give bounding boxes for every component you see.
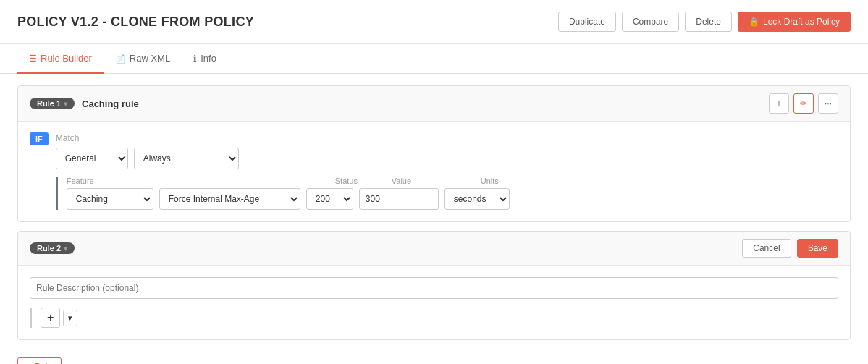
rule1-more-button[interactable]: ···	[818, 93, 838, 114]
rule2-body: + ▾	[18, 266, 850, 339]
units-label: Units	[481, 177, 539, 185]
feature-section: Feature Status Value Units Caching	[56, 177, 838, 210]
tabs: ☰ Rule Builder 📄 Raw XML ℹ Info	[0, 44, 868, 74]
if-content: Match General Always Feature	[56, 133, 838, 210]
rule1-body: IF Match General Always	[18, 122, 850, 221]
page-title: POLICY V1.2 - CLONE FROM POLICY	[17, 14, 254, 30]
rule1-edit-button[interactable]: ✏	[793, 93, 814, 114]
lock-icon: 🔒	[749, 17, 759, 27]
tab-raw-xml[interactable]: 📄 Raw XML	[104, 44, 182, 74]
rule1-header-right: + ✏ ···	[769, 93, 838, 114]
lock-draft-button[interactable]: 🔒 Lock Draft as Policy	[738, 12, 851, 32]
rule1-header: Rule 1 ▾ Caching rule + ✏ ···	[18, 86, 850, 122]
add-condition-button[interactable]: +	[41, 308, 60, 328]
tab-rule-builder[interactable]: ☰ Rule Builder	[17, 44, 104, 74]
value-input[interactable]	[359, 188, 439, 210]
add-condition-caret-button[interactable]: ▾	[63, 310, 77, 326]
feature-name-select[interactable]: Force Internal Max-Age	[159, 188, 300, 210]
value-label: Value	[392, 177, 475, 185]
status-select[interactable]: 200	[306, 188, 353, 210]
cancel-button[interactable]: Cancel	[742, 239, 791, 258]
rule2-badge: Rule 2 ▾	[30, 242, 75, 254]
rule1-block: Rule 1 ▾ Caching rule + ✏ ··· IF	[17, 85, 851, 222]
status-label: Status	[335, 177, 386, 185]
header-actions: Duplicate Compare Delete 🔒 Lock Draft as…	[558, 12, 851, 32]
rule1-add-button[interactable]: +	[769, 93, 789, 114]
add-rule-row: + Rule	[17, 349, 851, 364]
rule2-header: Rule 2 ▾ Cancel Save	[18, 232, 850, 266]
rule2-chevron-icon: ▾	[64, 245, 67, 253]
feature-select[interactable]: Caching	[67, 188, 153, 210]
general-select[interactable]: General	[56, 148, 128, 169]
rule1-chevron-icon: ▾	[64, 100, 67, 108]
units-select[interactable]: seconds	[444, 188, 510, 210]
rule-description-input[interactable]	[30, 277, 838, 299]
rule2-block: Rule 2 ▾ Cancel Save + ▾	[17, 231, 851, 340]
rule2-actions: Cancel Save	[742, 239, 838, 258]
content: Rule 1 ▾ Caching rule + ✏ ··· IF	[0, 74, 868, 364]
feature-name-label	[188, 177, 329, 185]
rule1-badge: Rule 1 ▾	[30, 98, 75, 109]
feature-labels: Feature Status Value Units	[67, 177, 838, 185]
duplicate-button[interactable]: Duplicate	[558, 12, 616, 32]
rule2-header-left: Rule 2 ▾	[30, 242, 75, 254]
if-block: IF Match General Always	[30, 133, 838, 210]
always-select[interactable]: Always	[134, 148, 239, 169]
compare-button[interactable]: Compare	[622, 12, 679, 32]
page-header: POLICY V1.2 - CLONE FROM POLICY Duplicat…	[0, 0, 868, 44]
add-rule-button[interactable]: + Rule	[17, 357, 62, 364]
rule1-name: Caching rule	[82, 98, 139, 109]
feature-row: Caching Force Internal Max-Age 200	[67, 188, 838, 210]
add-condition-row: + ▾	[30, 308, 838, 328]
page: POLICY V1.2 - CLONE FROM POLICY Duplicat…	[0, 0, 868, 364]
feature-label: Feature	[67, 177, 182, 185]
rule1-header-left: Rule 1 ▾ Caching rule	[30, 98, 139, 109]
info-icon: ℹ	[193, 54, 197, 64]
condition-row: General Always	[56, 148, 838, 169]
save-button[interactable]: Save	[797, 239, 838, 258]
delete-button[interactable]: Delete	[685, 12, 732, 32]
match-label: Match	[56, 133, 838, 143]
if-label: IF	[30, 133, 49, 144]
raw-xml-icon: 📄	[115, 54, 126, 64]
rule-builder-icon: ☰	[29, 54, 37, 64]
tab-info[interactable]: ℹ Info	[182, 44, 228, 74]
